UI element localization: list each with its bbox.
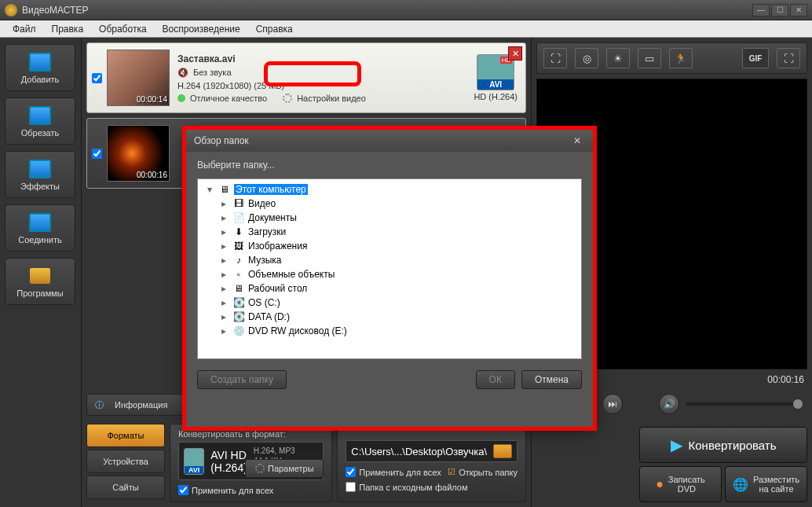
video-audio: Без звука bbox=[193, 68, 232, 77]
cancel-button[interactable]: Отмена bbox=[521, 370, 582, 389]
add-button[interactable]: Добавить bbox=[5, 44, 75, 91]
params-label: Параметры bbox=[268, 464, 314, 473]
format-sel-icon: AVI bbox=[184, 448, 204, 475]
tree-item[interactable]: ▸💽OS (C:) bbox=[201, 296, 578, 310]
pub-l2: на сайте bbox=[753, 484, 799, 494]
effects-button[interactable]: Эффекты bbox=[5, 151, 75, 198]
video-settings-link[interactable]: Настройки видео bbox=[297, 94, 366, 103]
folder-tree[interactable]: ▾🖥Этот компьютер▸🎞Видео▸📄Документы▸⬇Загр… bbox=[197, 178, 582, 359]
brightness-icon[interactable]: ☀ bbox=[606, 48, 630, 68]
gear-icon bbox=[283, 94, 292, 103]
programs-button[interactable]: Программы bbox=[5, 258, 75, 305]
format-label: HD (H.264) bbox=[474, 92, 518, 101]
create-folder-button[interactable]: Создать папку bbox=[197, 370, 287, 389]
video-info: Заставка.avi 🔇Без звука H.264 (1920x1080… bbox=[177, 53, 474, 103]
tree-item[interactable]: ▸♪Музыка bbox=[201, 253, 578, 267]
video-checkbox[interactable] bbox=[92, 149, 102, 159]
programs-label: Программы bbox=[16, 288, 63, 298]
apply-all-format-checkbox[interactable] bbox=[178, 485, 188, 495]
convert-button[interactable]: ▶ Конвертировать bbox=[639, 427, 807, 463]
apply-all-out-label: Применить для всех bbox=[359, 468, 441, 477]
speed-icon[interactable]: 🏃 bbox=[669, 48, 693, 68]
quality-icon bbox=[177, 94, 185, 102]
text-icon[interactable]: ▭ bbox=[638, 48, 661, 68]
menu-playback[interactable]: Воспроизведение bbox=[155, 22, 248, 36]
maximize-button[interactable]: ☐ bbox=[771, 4, 788, 17]
tree-item[interactable]: ▸🎞Видео bbox=[201, 197, 578, 211]
app-logo-icon bbox=[5, 4, 17, 17]
format-panel: Конвертировать в формат: AVI AVI HD (H.2… bbox=[170, 424, 332, 502]
ok-button[interactable]: ОК bbox=[476, 370, 515, 389]
titlebar: ВидеоМАСТЕР — ☐ ✕ bbox=[0, 0, 812, 20]
tree-item[interactable]: ▸📄Документы bbox=[201, 211, 578, 225]
close-window-button[interactable]: ✕ bbox=[790, 4, 807, 17]
video-quality: Отличное качество bbox=[190, 94, 267, 103]
dialog-titlebar[interactable]: Обзор папок ✕ bbox=[186, 130, 593, 152]
tree-item[interactable]: ▸💿DVD RW дисковод (E:) bbox=[201, 324, 578, 338]
menu-file[interactable]: Файл bbox=[5, 22, 44, 36]
source-folder-checkbox[interactable] bbox=[346, 482, 356, 492]
join-label: Соединить bbox=[18, 235, 62, 244]
tree-item[interactable]: ▸💽DATA (D:) bbox=[201, 310, 578, 324]
dvd-l2: DVD bbox=[668, 484, 705, 494]
tree-item[interactable]: ▸🖼Изображения bbox=[201, 239, 578, 253]
thumb-time: 00:00:16 bbox=[137, 171, 167, 179]
fullscreen-icon[interactable]: ⛶ bbox=[777, 48, 800, 68]
effects-label: Эффекты bbox=[20, 182, 60, 191]
menu-process[interactable]: Обработка bbox=[91, 22, 155, 36]
globe-icon: 🌐 bbox=[733, 477, 748, 492]
params-button[interactable]: Параметры bbox=[245, 459, 324, 478]
minimize-button[interactable]: — bbox=[752, 4, 770, 17]
dialog-close-button[interactable]: ✕ bbox=[569, 134, 585, 148]
format-box[interactable]: HD AVI HD (H.264) bbox=[474, 54, 518, 101]
info-label[interactable]: Информация bbox=[115, 400, 167, 410]
format-header: Конвертировать в формат: bbox=[178, 429, 324, 439]
source-folder-label: Папка с исходным файлом bbox=[359, 483, 467, 492]
volume-button[interactable]: 🔊 bbox=[659, 394, 679, 414]
volume-slider[interactable] bbox=[686, 402, 803, 406]
browse-folders-dialog: Обзор папок ✕ Выберите папку... ▾🖥Этот к… bbox=[185, 129, 594, 428]
output-path: C:\Users\...\Desktop\Озвучка\ bbox=[351, 446, 487, 457]
video-codec: H.264 (1920x1080) (25 МБ) bbox=[177, 81, 284, 90]
dialog-title: Обзор папок bbox=[194, 135, 249, 146]
add-label: Добавить bbox=[21, 75, 60, 84]
menu-edit[interactable]: Правка bbox=[44, 22, 92, 36]
convert-icon: ▶ bbox=[671, 435, 682, 454]
apply-all-output-checkbox[interactable] bbox=[346, 467, 356, 477]
cut-button[interactable]: Обрезать bbox=[5, 97, 75, 145]
next-button[interactable]: ⏭ bbox=[602, 394, 623, 414]
cut-label: Обрезать bbox=[21, 128, 60, 138]
menu-help[interactable]: Справка bbox=[248, 22, 301, 36]
convert-label: Конвертировать bbox=[689, 439, 777, 452]
tree-item[interactable]: ▸⬇Загрузки bbox=[201, 225, 578, 239]
open-folder-link[interactable]: Открыть папку bbox=[459, 468, 518, 477]
codec-1: H.264, MP3 bbox=[254, 446, 301, 456]
tree-item[interactable]: ▸🖥Рабочий стол bbox=[201, 281, 578, 296]
join-button[interactable]: Соединить bbox=[5, 204, 75, 252]
format-tag: AVI bbox=[477, 79, 514, 90]
menubar: Файл Правка Обработка Воспроизведение Сп… bbox=[0, 20, 812, 38]
gear-icon bbox=[255, 464, 265, 473]
video-item[interactable]: 00:00:14 Заставка.avi 🔇Без звука H.264 (… bbox=[86, 42, 526, 113]
output-path-field[interactable]: C:\Users\...\Desktop\Озвучка\ bbox=[346, 440, 518, 462]
tab-sites[interactable]: Сайты bbox=[86, 476, 165, 499]
preview-toolbar: ⛶ ◎ ☀ ▭ 🏃 GIF ⛶ bbox=[536, 42, 807, 74]
browse-folder-button[interactable] bbox=[493, 444, 512, 458]
video-checkbox[interactable] bbox=[92, 73, 102, 83]
output-panel: C:\Users\...\Desktop\Озвучка\ Применить … bbox=[337, 424, 526, 502]
app-title: ВидеоМАСТЕР bbox=[22, 5, 88, 16]
tab-devices[interactable]: Устройства bbox=[86, 450, 165, 473]
crop-icon[interactable]: ⛶ bbox=[543, 48, 567, 68]
gif-button[interactable]: GIF bbox=[742, 48, 769, 68]
remove-video-button[interactable]: ✕ bbox=[508, 46, 522, 61]
format-tabs: Форматы Устройства Сайты bbox=[86, 424, 165, 502]
left-toolbar: Добавить Обрезать Эффекты Соединить Прог… bbox=[0, 38, 82, 507]
publish-button[interactable]: 🌐 Разместитьна сайте bbox=[725, 466, 807, 502]
tab-formats[interactable]: Форматы bbox=[86, 424, 165, 447]
tree-item[interactable]: ▸▫Объемные объекты bbox=[201, 267, 578, 281]
write-dvd-button[interactable]: ● ЗаписатьDVD bbox=[639, 466, 722, 502]
effects-icon[interactable]: ◎ bbox=[575, 48, 598, 68]
tree-item[interactable]: ▾🖥Этот компьютер bbox=[201, 182, 578, 197]
video-thumbnail[interactable]: 00:00:14 bbox=[107, 50, 170, 106]
video-thumbnail[interactable]: 00:00:16 bbox=[107, 125, 170, 182]
